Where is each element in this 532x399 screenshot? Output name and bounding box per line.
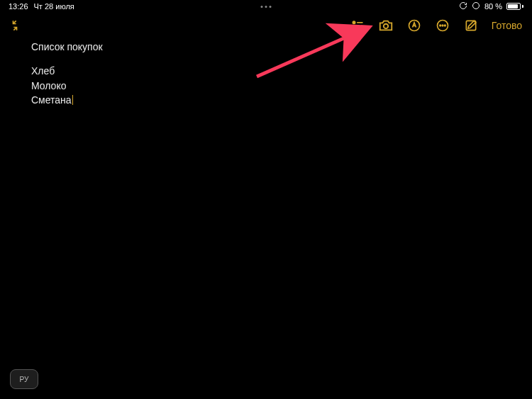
done-button[interactable]: Готово: [492, 20, 522, 31]
svg-point-8: [440, 25, 441, 26]
camera-icon[interactable]: [378, 18, 394, 33]
multitask-dots-icon[interactable]: [261, 6, 272, 8]
text-cursor: [72, 95, 74, 105]
more-icon[interactable]: [435, 18, 450, 33]
orientation-lock-icon: [459, 1, 467, 11]
svg-point-10: [444, 25, 445, 26]
battery-icon: [506, 3, 523, 10]
collapse-icon[interactable]: [7, 18, 23, 33]
toolbar: Готово: [0, 13, 532, 38]
status-right: 80 %: [459, 1, 523, 11]
compose-icon[interactable]: [463, 18, 479, 33]
note-line: Сметана: [31, 93, 518, 107]
status-left: 13:26 Чт 28 июля: [9, 2, 74, 11]
status-time: 13:26: [9, 2, 28, 11]
note-line: Хлеб: [31, 64, 518, 78]
sync-icon: [472, 1, 480, 11]
note-line: Молоко: [31, 79, 518, 93]
svg-point-5: [384, 24, 388, 28]
svg-point-3: [352, 27, 355, 30]
svg-point-9: [442, 25, 443, 26]
svg-point-0: [472, 3, 479, 9]
keyboard-language-button[interactable]: РУ: [10, 369, 38, 389]
checklist-icon[interactable]: [350, 18, 365, 33]
markup-icon[interactable]: [406, 18, 422, 33]
svg-point-1: [352, 21, 355, 24]
status-bar: 13:26 Чт 28 июля 80 %: [0, 0, 532, 13]
keyboard-language-label: РУ: [20, 376, 29, 383]
status-date: Чт 28 июля: [34, 2, 74, 11]
note-body[interactable]: Список покупок Хлеб Молоко Сметана: [31, 40, 518, 107]
note-title: Список покупок: [31, 40, 518, 54]
battery-percent: 80 %: [484, 2, 502, 11]
